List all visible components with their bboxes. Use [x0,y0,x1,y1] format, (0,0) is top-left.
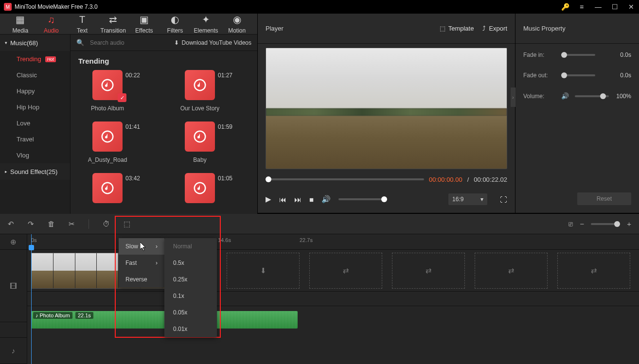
zoom-in-button[interactable]: + [627,220,631,228]
app-title: MiniTool MovieMaker Free 7.3.0 [15,3,98,10]
download-youtube-link[interactable]: ⬇Download YouTube Videos [174,39,251,46]
tab-filters[interactable]: ◐Filters [160,14,191,34]
audio-track[interactable]: ♪Photo Album 22.1s [27,306,639,332]
speed-0-1x[interactable]: 0.1x [164,288,217,304]
speed-0-05x[interactable]: 0.05x [164,304,217,321]
delete-button[interactable]: 🗑 [48,220,55,228]
download-icon: ⬇ [174,39,179,46]
drop-slot[interactable]: ⇄ [392,253,465,289]
cut-button[interactable]: ✂ [69,220,75,228]
tab-text[interactable]: TText [67,14,98,34]
play-button[interactable]: ▶ [266,195,271,204]
audio-card[interactable]: 01:59Baby [171,121,229,163]
audio-categories: ▾Music(68) TrendingHot Classic Happy Hip… [0,35,71,214]
speed-button[interactable]: ⏱ [103,220,110,228]
audio-track-icon[interactable]: ♪ [0,338,27,364]
timecode-current: 00:00:00.00 [429,176,462,183]
drop-slot[interactable]: ⇄ [475,253,548,289]
tab-motion[interactable]: ◉Motion [221,14,252,34]
speed-0-25x[interactable]: 0.25x [164,271,217,288]
stop-button[interactable]: ■ [309,195,314,204]
audio-card[interactable]: 01:05 [171,173,229,208]
sound-effect-header[interactable]: ▸Sound Effect(25) [0,163,70,180]
cat-happy[interactable]: Happy [0,83,70,99]
cat-vlog[interactable]: Vlog [0,147,70,163]
audio-duration: 01:41 [125,123,140,130]
fade-out-value: 0.0s [620,72,631,79]
prev-frame-button[interactable]: ⏮ [279,195,286,204]
scrub-bar[interactable] [266,178,424,180]
cat-trending[interactable]: TrendingHot [0,51,70,67]
audio-thumb[interactable]: 01:05 [185,173,215,203]
video-track-icon[interactable]: 🎞 [0,250,27,322]
audio-duration: 01:27 [218,72,232,79]
music-note-icon: ♪ [36,312,38,318]
template-button[interactable]: ⬚Template [440,25,474,32]
audio-card[interactable]: 01:41A_Dusty_Road [78,121,137,163]
add-track-button[interactable]: ⊕ [0,234,27,250]
timecode-total: 00:00:22.02 [474,176,507,183]
next-frame-button[interactable]: ⏭ [294,195,302,204]
speed-0-5x[interactable]: 0.5x [164,255,217,271]
cat-hiphop[interactable]: Hip Hop [0,99,70,115]
speed-fast-item[interactable]: Fast› [119,255,164,271]
close-icon[interactable]: ✕ [627,3,635,11]
volume-value: 100% [616,93,631,100]
audio-card[interactable]: 03:42 [78,173,137,208]
audio-thumb[interactable]: 03:42 [92,173,123,203]
cat-travel[interactable]: Travel [0,131,70,147]
tab-transition[interactable]: ⇄Transition [98,14,129,34]
cat-love[interactable]: Love [0,115,70,131]
aspect-select[interactable]: 16:9▾ [448,193,487,205]
magnetic-button[interactable]: ⎚ [568,220,573,228]
preview-viewport [266,48,507,169]
audio-card[interactable]: 00:22✓Photo Album [78,70,137,112]
zoom-slider[interactable] [591,223,620,225]
titlebar: M MiniTool MovieMaker Free 7.3.0 🔑 ≡ — ☐… [0,0,639,14]
main-tabs: ▦Media ♫Audio TText ⇄Transition ▣Effects… [0,14,257,35]
template-icon: ⬚ [440,25,445,32]
minimize-icon[interactable]: — [594,3,602,11]
tab-audio[interactable]: ♫Audio [36,14,67,34]
prop-volume-slider[interactable] [575,95,609,97]
reset-button[interactable]: Reset [577,192,631,205]
music-header[interactable]: ▾Music(68) [0,35,70,51]
drop-slot[interactable]: ⇄ [309,253,382,289]
volume-slider[interactable] [338,198,387,200]
zoom-out-button[interactable]: − [580,220,584,228]
fade-out-slider[interactable] [561,74,595,76]
fade-in-value: 0.0s [620,52,631,58]
speed-0-01x[interactable]: 0.01x [164,321,217,337]
audio-thumb[interactable]: 01:59 [185,121,215,152]
redo-button[interactable]: ↷ [28,220,34,228]
app-icon: M [4,3,12,11]
undo-button[interactable]: ↶ [8,220,14,228]
tab-media[interactable]: ▦Media [5,14,36,34]
audio-name: A_Dusty_Road [88,156,127,163]
crop-button[interactable]: ⬚ [124,220,130,228]
audio-thumb[interactable]: 00:22✓ [92,70,123,100]
audio-card[interactable]: 01:27Our Love Story [171,70,229,112]
speed-reverse-item[interactable]: Reverse [119,271,164,288]
fade-in-slider[interactable] [561,54,595,56]
speed-normal[interactable]: Normal [164,238,217,255]
audio-duration: 03:42 [125,175,140,182]
drop-slot[interactable]: ⇄ [557,253,630,289]
audio-thumb[interactable]: 01:27 [185,70,215,100]
volume-icon[interactable]: 🔊 [321,195,331,204]
audio-thumb[interactable]: 01:41 [92,121,123,152]
panel-expand-toggle[interactable]: › [511,87,515,107]
playhead[interactable] [31,234,32,364]
cat-classic[interactable]: Classic [0,67,70,83]
search-input[interactable] [90,39,168,46]
maximize-icon[interactable]: ☐ [611,3,619,11]
fullscreen-button[interactable]: ⛶ [500,195,507,204]
drop-slot[interactable]: ⬇ [227,253,300,289]
menu-icon[interactable]: ≡ [578,3,586,11]
tab-elements[interactable]: ✦Elements [191,14,222,34]
tab-effects[interactable]: ▣Effects [129,14,160,34]
speed-slow-item[interactable]: Slow› [119,238,164,255]
export-button[interactable]: ⤴Export [482,25,507,32]
gallery-title: Trending [78,57,249,65]
key-icon[interactable]: 🔑 [561,3,569,11]
